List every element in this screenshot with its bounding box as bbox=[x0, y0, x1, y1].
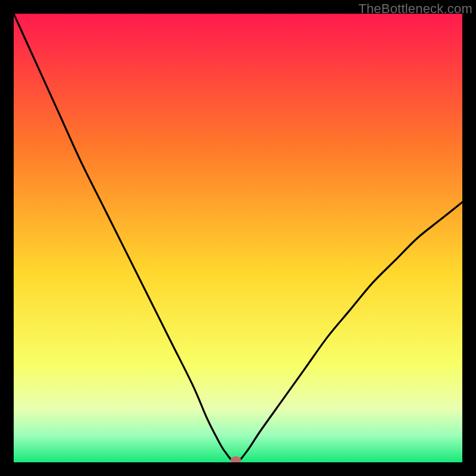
watermark-text: TheBottleneck.com bbox=[358, 1, 472, 17]
gradient-background bbox=[14, 14, 462, 462]
chart-frame bbox=[14, 14, 462, 462]
bottleneck-chart bbox=[14, 14, 462, 462]
